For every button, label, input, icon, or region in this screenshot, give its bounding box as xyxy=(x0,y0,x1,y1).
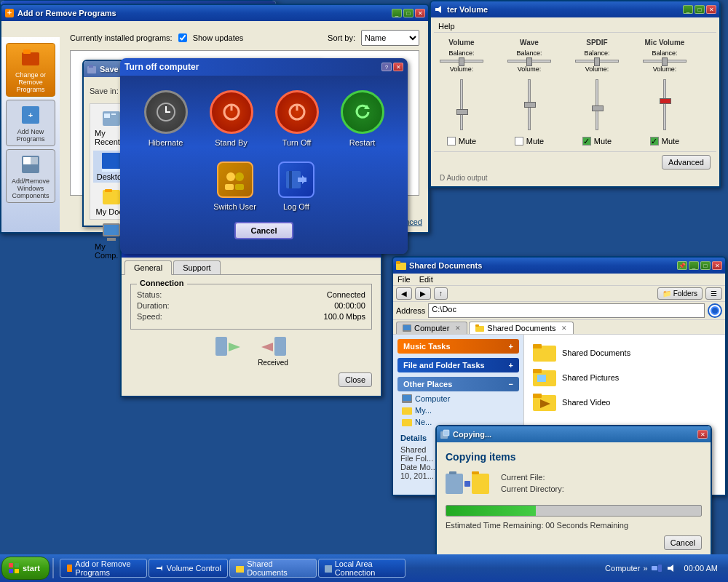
turn-off-titlebar: Turn off computer ? ✕ xyxy=(120,58,408,76)
add-windows-btn[interactable]: Add/Remove Windows Components xyxy=(6,149,55,203)
tab-general[interactable]: General xyxy=(124,260,172,275)
add-remove-minimize[interactable]: _ xyxy=(392,9,402,17)
channel-wave-vol-label: Volume: xyxy=(518,65,542,73)
shared-pics-folder-item[interactable]: Shared Pictures xyxy=(530,365,719,390)
shared-docs-pin[interactable]: 📌 xyxy=(677,261,687,270)
channel-spdif-balance-label: Balance: xyxy=(584,49,609,57)
turn-off-close[interactable]: ✕ xyxy=(393,63,403,71)
turn-off-help[interactable]: ? xyxy=(381,63,392,71)
channel-volume-name: Volume xyxy=(448,39,474,47)
channel-volume-thumb[interactable] xyxy=(456,109,468,115)
toolbar-views[interactable]: ☰ xyxy=(705,287,722,300)
channel-spdif-balance-slider[interactable] xyxy=(575,60,619,63)
go-indicator xyxy=(711,306,719,315)
start-label: start xyxy=(23,564,40,573)
taskbar-item-1[interactable]: Volume Control xyxy=(149,559,228,578)
other-places-computer[interactable]: Computer xyxy=(397,393,519,404)
explorer-tab-computer[interactable]: Computer ✕ xyxy=(396,322,467,334)
shared-docs-folder-item[interactable]: Shared Documents xyxy=(530,340,719,365)
switch-user-btn[interactable] xyxy=(217,162,253,198)
save-as-icon xyxy=(87,64,97,74)
start-button[interactable]: start xyxy=(1,557,50,580)
channel-wave-balance-slider[interactable] xyxy=(507,60,551,63)
duration-label: Duration: xyxy=(137,301,170,310)
volume-maximize[interactable]: □ xyxy=(695,5,705,14)
lan-close-btn[interactable]: Close xyxy=(339,372,372,387)
other-places-my[interactable]: My... xyxy=(397,404,519,416)
volume-controls: _ □ ✕ xyxy=(683,5,716,14)
channel-wave-mute-check[interactable] xyxy=(515,137,523,146)
taskbar-item-0[interactable]: Add or Remove Programs xyxy=(60,559,147,578)
add-remove-maximize[interactable]: □ xyxy=(403,9,414,17)
volume-menu-help[interactable]: Help xyxy=(438,22,455,31)
toolbar-folders[interactable]: 📁 Folders xyxy=(657,287,703,300)
advanced-button[interactable]: Advanced xyxy=(662,155,711,170)
shared-docs-minimize[interactable]: _ xyxy=(689,261,699,270)
add-new-btn[interactable]: + Add New Programs xyxy=(6,100,55,146)
show-updates-checkbox[interactable] xyxy=(178,33,187,42)
svg-rect-70 xyxy=(472,474,489,494)
copying-animation xyxy=(446,470,489,499)
address-input[interactable]: C:\Doc xyxy=(428,303,705,318)
time-remaining: Estimated Time Remaining: 00 Seconds Rem… xyxy=(446,521,702,530)
logoff-btn-wrap[interactable]: Log Off xyxy=(278,162,314,211)
channel-mic-balance-slider[interactable] xyxy=(643,60,687,63)
svg-rect-15 xyxy=(111,113,116,115)
sort-by-select[interactable]: Name xyxy=(361,30,419,46)
tab-computer-label: Computer xyxy=(414,324,449,332)
standby-btn[interactable] xyxy=(210,90,253,134)
hibernate-btn-wrap[interactable]: Hibernate xyxy=(144,90,188,147)
switch-user-btn-wrap[interactable]: Switch User xyxy=(213,162,256,211)
copying-icon xyxy=(440,429,450,439)
svg-marker-46 xyxy=(261,343,273,351)
restart-btn[interactable] xyxy=(341,90,384,134)
copying-cancel-btn[interactable]: Cancel xyxy=(664,535,702,550)
tab-support[interactable]: Support xyxy=(173,260,221,274)
music-tasks-header[interactable]: Music Tasks + xyxy=(397,339,519,354)
shared-docs-maximize[interactable]: □ xyxy=(700,261,711,270)
restart-btn-wrap[interactable]: Restart xyxy=(341,90,384,147)
cancel-button[interactable]: Cancel xyxy=(234,222,293,239)
channel-volume-balance-slider[interactable] xyxy=(440,60,483,63)
svg-rect-86 xyxy=(658,565,662,572)
toolbar-forward[interactable]: ▶ xyxy=(415,287,431,300)
channel-spdif-thumb[interactable] xyxy=(592,105,604,111)
tab-computer-close[interactable]: ✕ xyxy=(455,324,461,332)
file-folder-tasks-header[interactable]: File and Folder Tasks + xyxy=(397,358,519,372)
channel-wave-thumb[interactable] xyxy=(524,102,536,108)
shared-video-folder-item[interactable]: Shared Video xyxy=(530,390,719,415)
menu-edit[interactable]: Edit xyxy=(419,275,433,284)
installed-header: Currently installed programs: Show updat… xyxy=(70,30,419,46)
channel-wave-name: Wave xyxy=(520,39,539,47)
copying-body: Copying items Current File: Current Dire… xyxy=(437,442,711,559)
channel-mic-mute-check[interactable]: ✓ xyxy=(650,137,659,146)
add-remove-close[interactable]: ✕ xyxy=(415,9,425,17)
shared-docs-close[interactable]: ✕ xyxy=(712,261,722,270)
copying-close[interactable]: ✕ xyxy=(697,430,708,439)
clock: 00:00 AM xyxy=(680,562,722,574)
turnoff-btn-wrap[interactable]: Turn Off xyxy=(275,90,319,147)
other-places-my-label: My... xyxy=(415,406,432,415)
tab-shared-close[interactable]: ✕ xyxy=(561,324,567,332)
change-remove-btn[interactable]: Change or Remove Programs xyxy=(6,43,55,97)
go-button[interactable] xyxy=(708,303,722,318)
svg-rect-62 xyxy=(537,375,546,382)
channel-mic-thumb[interactable] xyxy=(660,98,671,104)
channel-spdif-mute-check[interactable]: ✓ xyxy=(582,137,591,146)
menu-file[interactable]: File xyxy=(397,275,411,284)
explorer-tab-shared[interactable]: Shared Documents ✕ xyxy=(469,322,574,334)
logoff-btn[interactable] xyxy=(278,162,314,198)
standby-btn-wrap[interactable]: Stand By xyxy=(210,90,253,147)
taskbar-item-3[interactable]: Local Area Connection xyxy=(318,559,405,578)
toolbar-up[interactable]: ↑ xyxy=(434,287,448,300)
turnoff-btn[interactable] xyxy=(275,90,319,134)
volume-close[interactable]: ✕ xyxy=(706,5,716,14)
svg-rect-81 xyxy=(67,565,72,572)
taskbar-item-2[interactable]: Shared Documents xyxy=(229,559,317,578)
other-places-header[interactable]: Other Places − xyxy=(397,377,519,391)
hibernate-btn[interactable] xyxy=(144,90,188,134)
toolbar-back[interactable]: ◀ xyxy=(396,287,412,300)
power-buttons-row: Hibernate Stand By Turn Off Restart xyxy=(132,90,396,147)
channel-volume-mute-check[interactable] xyxy=(447,137,456,146)
volume-minimize[interactable]: _ xyxy=(683,5,693,14)
